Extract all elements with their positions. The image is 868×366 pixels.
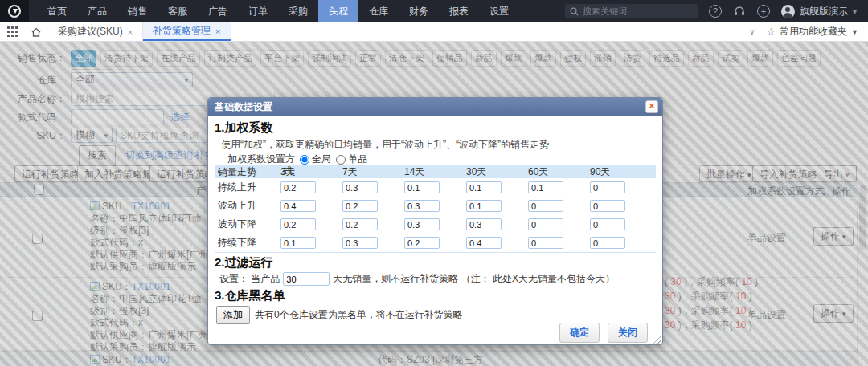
close-icon[interactable]: × (128, 27, 133, 37)
weight-input-r4c2[interactable] (342, 237, 378, 249)
app-logo[interactable] (0, 0, 29, 22)
nav-item-12[interactable]: 设置 (479, 0, 519, 22)
weight-cell (342, 200, 404, 212)
tabbar-right: ∨ ☆ 常用功能收藏夹 ▼ (749, 22, 868, 41)
weight-input-r3c5[interactable] (528, 218, 563, 230)
weight-input-r1c4[interactable] (466, 181, 502, 193)
main-menu: 首页产品销售客服广告订单采购头程仓库财务报表设置 (37, 0, 519, 22)
section3-heading: 3.仓库黑名单 (215, 288, 656, 303)
collapse-chevron-icon[interactable]: ∨ (749, 27, 755, 36)
weight-input-r3c1[interactable] (280, 218, 316, 230)
trend-label: 波动下降 (215, 218, 280, 231)
global-search[interactable] (565, 4, 698, 18)
modal-body: 1.加权系数 使用“加权”，获取更精确的日均销量，用于“波动上升”、“波动下降”… (208, 116, 662, 346)
favorites-menu[interactable]: ☆ 常用功能收藏夹 ▼ (766, 25, 858, 39)
weight-input-r4c4[interactable] (466, 237, 502, 249)
weight-cell (342, 237, 404, 249)
app-logo-icon (8, 5, 21, 18)
weight-cell (528, 181, 590, 193)
home-icon[interactable] (24, 22, 48, 41)
weight-cell (528, 200, 590, 212)
section2-heading: 2.过滤运行 (215, 255, 656, 270)
nav-item-11[interactable]: 报表 (439, 0, 479, 22)
weight-input-r2c3[interactable] (404, 200, 440, 212)
top-navbar: 首页产品销售客服广告订单采购头程仓库财务报表设置 ? + 旗舰版演示 ▾ (0, 0, 868, 22)
weight-input-r1c2[interactable] (342, 181, 378, 193)
caret-down-icon: ▼ (851, 28, 858, 36)
weight-input-r2c4[interactable] (466, 200, 502, 212)
favorites-label: 常用功能收藏夹 (780, 25, 847, 39)
circle-plus-icon[interactable]: + (757, 5, 770, 18)
nav-item-4[interactable]: 客服 (158, 0, 198, 22)
weight-input-r2c2[interactable] (342, 200, 378, 212)
weight-table-row: 持续上升 (215, 178, 656, 197)
basic-data-modal: 基础数据设置 × 1.加权系数 使用“加权”，获取更精确的日均销量，用于“波动上… (207, 97, 663, 345)
weight-cell (528, 237, 590, 249)
nav-item-2[interactable]: 产品 (77, 0, 117, 22)
weight-input-r1c1[interactable] (280, 181, 316, 193)
weight-cell (590, 218, 652, 230)
trend-label: 持续下降 (215, 236, 280, 250)
weight-input-r3c4[interactable] (466, 218, 502, 230)
tab-purchase-suggestion[interactable]: 采购建议(SKU) × (48, 22, 143, 41)
weight-cell (466, 218, 528, 230)
nav-item-6[interactable]: 订单 (238, 0, 278, 22)
headset-icon[interactable] (733, 5, 746, 18)
no-sale-days-input[interactable] (283, 272, 330, 286)
filter-run-prefix: 设置： 当产品 (219, 272, 280, 286)
weight-mode-label: 加权系数设置方式: (224, 153, 295, 177)
weight-input-r1c6[interactable] (590, 181, 625, 193)
help-icon[interactable]: ? (709, 5, 722, 18)
radio-icon[interactable] (336, 155, 346, 165)
nav-item-9[interactable]: 仓库 (358, 0, 399, 22)
weight-input-r4c1[interactable] (280, 237, 316, 249)
weight-input-r2c6[interactable] (590, 200, 625, 212)
radio-option[interactable]: 全局 (300, 153, 331, 165)
weight-input-r3c6[interactable] (590, 218, 625, 230)
weight-cell (528, 218, 590, 230)
weight-table: 销量走势3天7天14天30天60天90天持续上升波动上升波动下降持续下降 (215, 165, 656, 253)
user-menu[interactable]: 旗舰版演示 ▾ (781, 5, 857, 18)
nav-item-10[interactable]: 财务 (399, 0, 439, 22)
weight-input-r4c5[interactable] (528, 237, 563, 249)
nav-item-3[interactable]: 销售 (117, 0, 158, 22)
weight-cell (590, 181, 652, 193)
weight-cell (280, 200, 342, 212)
weight-input-r4c3[interactable] (404, 237, 440, 249)
avatar (781, 5, 795, 18)
weight-cell (466, 200, 528, 212)
nav-item-1[interactable]: 首页 (37, 0, 77, 22)
close-icon[interactable]: × (215, 26, 220, 36)
radio-label: 全局 (312, 153, 331, 165)
weight-input-r2c1[interactable] (280, 200, 316, 212)
close-button[interactable]: 关闭 (608, 323, 648, 343)
weight-cell (342, 181, 404, 193)
radio-label: 单品 (348, 153, 367, 165)
weight-input-r4c6[interactable] (590, 237, 625, 249)
search-input[interactable] (583, 6, 679, 16)
nav-item-7[interactable]: 采购 (278, 0, 318, 22)
tab-label: 补货策略管理 (153, 24, 211, 38)
weight-input-r3c2[interactable] (342, 218, 378, 230)
weight-cell (280, 237, 342, 249)
apps-grid-icon[interactable] (0, 22, 24, 41)
modal-footer: 确定 关闭 (208, 319, 662, 346)
nav-item-8[interactable]: 头程 (318, 0, 358, 22)
weight-input-r3c3[interactable] (404, 218, 440, 230)
radio-option[interactable]: 单品 (336, 153, 367, 165)
trend-label: 波动上升 (215, 199, 280, 213)
confirm-button[interactable]: 确定 (559, 323, 600, 343)
tab-restock-strategy[interactable]: 补货策略管理 × (143, 22, 231, 41)
modal-close-button[interactable]: × (645, 100, 658, 113)
weight-input-r2c5[interactable] (528, 200, 563, 212)
weight-table-row: 持续下降 (215, 234, 656, 252)
weight-input-r1c5[interactable] (528, 181, 563, 193)
tab-bar: 采购建议(SKU) × 补货策略管理 × ∨ ☆ 常用功能收藏夹 ▼ (0, 22, 868, 42)
modal-title[interactable]: 基础数据设置 (208, 98, 662, 116)
weight-table-row: 波动上升 (215, 197, 656, 215)
search-icon (570, 7, 579, 16)
radio-icon[interactable] (300, 155, 309, 165)
weight-cell (280, 218, 342, 230)
weight-input-r1c3[interactable] (404, 181, 440, 193)
nav-item-5[interactable]: 广告 (198, 0, 238, 22)
